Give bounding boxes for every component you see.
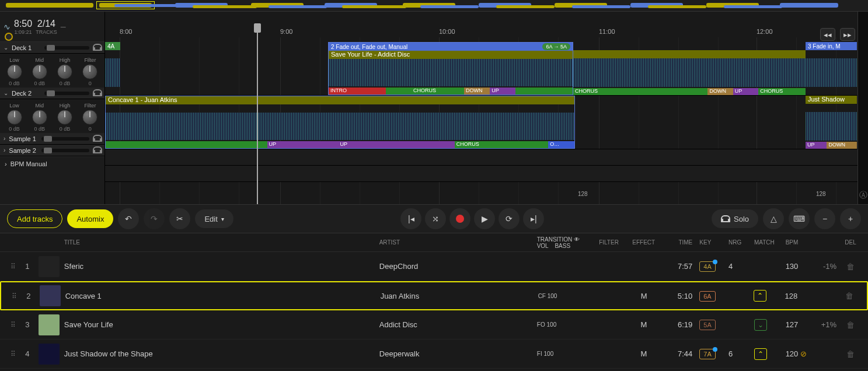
match-pill[interactable]: ⌃	[754, 290, 766, 302]
drag-handle-icon[interactable]: ⠿	[11, 262, 15, 271]
deck-row-1: ⌄ Deck 1	[0, 42, 104, 54]
sample-fader[interactable]	[41, 149, 89, 152]
skip-back-button[interactable]: |◂	[400, 208, 421, 229]
knob-filter[interactable]	[82, 64, 97, 79]
record-button[interactable]	[449, 208, 470, 229]
rewind-button[interactable]: ◂◂	[820, 28, 835, 41]
right-sidebar: Ⓐ	[857, 12, 868, 204]
audio-clip[interactable]: 2 Fade out, Fade out, Manual6A → 5ASave …	[328, 42, 573, 95]
knob-high[interactable]	[57, 64, 72, 79]
clip-title: Save Your Life - Addict Disc	[329, 51, 573, 59]
key-pill[interactable]: 6A	[699, 291, 715, 302]
delete-icon[interactable]: 🗑	[845, 291, 853, 300]
sample-fader[interactable]	[41, 137, 89, 141]
col-nrg[interactable]: NRG	[725, 239, 751, 246]
ruler-tick: 10:00	[439, 28, 455, 35]
track-title: Save Your Life	[61, 320, 376, 329]
sample2-lane[interactable]	[105, 166, 868, 182]
timeline[interactable]: 8:009:0010:0011:0012:00 ◂◂ ▸▸ 4A2 Fade o…	[105, 12, 868, 204]
track-row[interactable]: ⠿ 1 Sferic DeepChord 7:57 4A 4 130 -1% 🗑	[0, 252, 868, 281]
play-button[interactable]: ▶	[474, 208, 495, 229]
bpm-manual-row[interactable]: › BPM Manual	[0, 156, 104, 171]
loop-button[interactable]: ⟳	[499, 208, 520, 229]
delete-icon[interactable]: 🗑	[846, 320, 855, 330]
undo-button[interactable]: ↶	[118, 208, 139, 229]
col-match[interactable]: MATCH	[751, 239, 782, 246]
anchor-icon[interactable]: Ⓐ	[859, 190, 867, 201]
headphones-icon	[721, 215, 730, 222]
track-row[interactable]: ⠿ 3 Save Your Life Addict Disc FO 100 M …	[0, 310, 868, 340]
match-pill[interactable]: ⌃	[754, 348, 767, 360]
solo-button[interactable]: Solo	[712, 209, 758, 228]
track-row[interactable]: ⠿ 2 Concave 1 Juan Atkins CF 100 M 5:10 …	[0, 281, 868, 310]
deck-knobs: Low0 dBMid0 dBHigh0 dBFilter0	[0, 99, 104, 133]
metronome-button[interactable]: △	[763, 208, 784, 229]
chevron-right-icon[interactable]: ›	[4, 147, 5, 153]
knob-mid[interactable]	[32, 110, 47, 125]
sample1-lane[interactable]	[105, 149, 868, 166]
deck-fader[interactable]	[44, 92, 89, 95]
track-index: 1	[20, 262, 35, 271]
knob-mid[interactable]	[32, 64, 47, 79]
audio-clip[interactable]: CHORUSDOWNUPCHORUS	[573, 50, 806, 95]
col-artist[interactable]: ARTIST	[376, 239, 534, 246]
delete-icon[interactable]: 🗑	[846, 349, 855, 359]
knob-high[interactable]	[57, 110, 72, 125]
transport: |◂ ⤭ ▶ ⟳ ▸|	[400, 208, 544, 229]
knob-low[interactable]	[7, 64, 22, 79]
match-pill[interactable]: ⌄	[754, 319, 767, 331]
headphones-icon[interactable]	[93, 44, 101, 52]
drag-handle-icon[interactable]: ⠿	[12, 292, 16, 300]
fastforward-button[interactable]: ▸▸	[840, 28, 855, 41]
col-transition[interactable]: TRANSITION 👁VOL BASS	[534, 236, 591, 249]
skip-forward-button[interactable]: ▸|	[523, 208, 544, 229]
chevron-down-icon[interactable]: ⌄	[4, 90, 8, 96]
deck-fader[interactable]	[44, 46, 89, 50]
clip-header: 2 Fade out, Fade out, Manual6A → 5A	[329, 43, 573, 51]
knob-low[interactable]	[7, 110, 22, 125]
col-key[interactable]: KEY	[696, 239, 725, 246]
audio-clip[interactable]: Concave 1 - Juan Atkins|73|81|89|97|105|…	[105, 96, 575, 149]
add-tracks-button[interactable]: Add tracks	[7, 209, 62, 228]
audio-clip[interactable]: Just ShadowUPDOWN	[806, 96, 857, 149]
track-index: 2/14	[36, 19, 57, 29]
keyboard-button[interactable]: ⌨	[789, 208, 810, 229]
chevron-right-icon[interactable]: ›	[4, 135, 5, 142]
track-artist: Juan Atkins	[377, 292, 535, 300]
track-transition: FI 100	[534, 351, 591, 357]
plus-button[interactable]: +	[840, 208, 861, 229]
automix-button[interactable]: Automix	[67, 209, 113, 228]
time-ruler[interactable]: 8:009:0010:0011:0012:00 ◂◂ ▸▸	[105, 12, 868, 42]
track-artist: Deeperwalk	[376, 349, 534, 358]
key-pill[interactable]: 4A	[699, 261, 715, 272]
deck2-lane[interactable]: Concave 1 - Juan Atkins|73|81|89|97|105|…	[105, 96, 868, 149]
minus-button[interactable]: −	[814, 208, 835, 229]
audio-clip[interactable]: 3 Fade in, M	[806, 42, 857, 95]
headphones-icon[interactable]	[93, 146, 101, 155]
redo-button[interactable]: ↷	[144, 208, 165, 229]
headphones-icon[interactable]	[93, 89, 101, 97]
drag-handle-icon[interactable]: ⠿	[11, 321, 15, 329]
key-pill[interactable]: 5A	[699, 320, 715, 330]
knob-filter[interactable]	[82, 110, 97, 125]
col-bpm[interactable]: BPM	[782, 239, 811, 246]
chevron-down-icon[interactable]: ⌄	[4, 44, 8, 51]
deck1-lane[interactable]: 4A2 Fade out, Fade out, Manual6A → 5ASav…	[105, 42, 868, 96]
deck-row-2: ⌄ Deck 2	[0, 88, 104, 99]
drag-handle-icon[interactable]: ⠿	[11, 350, 15, 358]
playhead[interactable]	[257, 23, 258, 204]
track-title: Sferic	[61, 262, 376, 271]
cut-button[interactable]: ✂	[169, 208, 190, 229]
shuffle-button[interactable]: ⤭	[425, 208, 446, 229]
audio-clip[interactable]: 4A	[105, 42, 120, 95]
track-row[interactable]: ⠿ 4 Just Shadow of the Shape Deeperwalk …	[0, 340, 868, 369]
key-pill[interactable]: 7A	[699, 349, 715, 359]
headphones-icon[interactable]	[93, 135, 101, 143]
col-title[interactable]: TITLE	[61, 239, 376, 246]
overview-strip[interactable]	[0, 0, 868, 12]
col-time[interactable]: TIME	[661, 239, 696, 246]
play-time: 8:50	[14, 19, 32, 29]
edit-menu-button[interactable]: Edit ▾	[195, 209, 233, 228]
delete-icon[interactable]: 🗑	[846, 262, 855, 271]
clock-icon[interactable]	[5, 33, 13, 41]
